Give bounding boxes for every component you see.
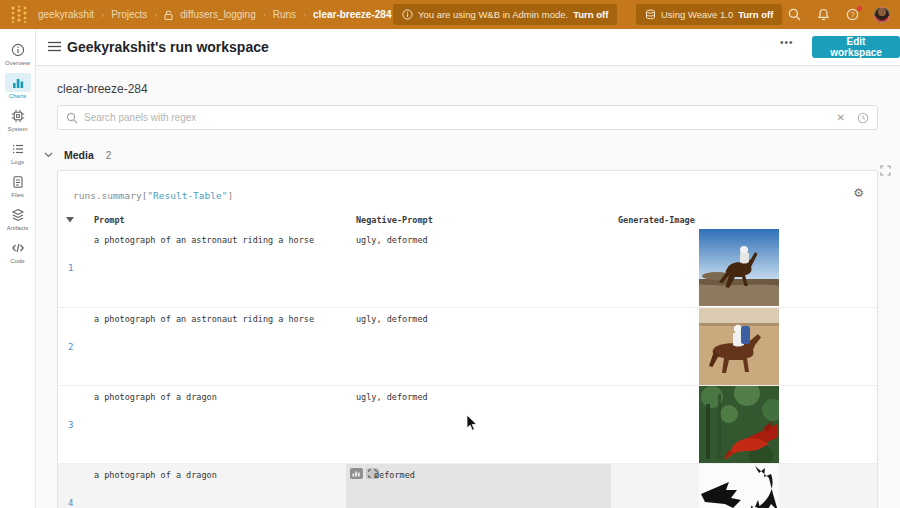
weave-text: Using Weave 1.0 xyxy=(661,9,733,20)
row-index: 4 xyxy=(68,498,73,508)
negative-prompt-cell: ugly, deformed xyxy=(356,235,428,245)
sidebar-item-label: Overview xyxy=(5,60,30,66)
top-navbar: geekyrakshit › Projects › diffusers_logg… xyxy=(0,0,900,29)
cpu-chip-icon xyxy=(5,106,31,125)
table-header-row: Prompt Negative-Prompt Generated-Image xyxy=(58,215,877,229)
svg-text:?: ? xyxy=(850,10,854,19)
panel-title-prefix: runs.summary[ xyxy=(73,190,147,201)
admin-mode-text: You are using W&B in Admin mode. xyxy=(418,9,568,20)
generated-image-black-dragon[interactable] xyxy=(699,464,779,508)
run-name-label: clear-breeze-284 xyxy=(57,82,148,96)
left-sidebar: Overview Charts System Logs Files xyxy=(0,29,36,508)
prompt-cell: a photograph of a dragon xyxy=(94,392,217,402)
chevron-down-icon xyxy=(44,152,53,158)
content-area: clear-breeze-284 ✕ Media 2 runs.summary[… xyxy=(36,66,900,508)
list-icon xyxy=(5,139,31,158)
menu-icon[interactable] xyxy=(48,41,61,52)
sidebar-item-files[interactable]: Files xyxy=(0,172,35,205)
code-icon xyxy=(5,238,31,257)
negative-prompt-cell: ugly, deformed xyxy=(356,314,428,324)
app-window: geekyrakshit › Projects › diffusers_logg… xyxy=(0,0,900,508)
breadcrumb-separator: › xyxy=(101,10,104,20)
row-index: 3 xyxy=(68,420,73,430)
sidebar-item-charts[interactable]: Charts xyxy=(0,73,35,106)
sidebar-item-label: Files xyxy=(11,192,24,198)
row-index: 2 xyxy=(68,342,73,352)
breadcrumb-separator: › xyxy=(263,10,266,20)
row-index: 1 xyxy=(68,263,73,273)
prompt-cell: a photograph of an astronaut riding a ho… xyxy=(94,235,314,245)
generated-image-red-dragon-forest[interactable] xyxy=(699,386,779,463)
media-section-title: Media xyxy=(64,149,94,161)
file-icon xyxy=(5,172,31,191)
sidebar-item-label: Code xyxy=(10,258,24,264)
negative-prompt-cell: deformed xyxy=(374,470,415,480)
page-title: Geekyrakshit's run workspace xyxy=(67,39,269,55)
column-header-negative-prompt[interactable]: Negative-Prompt xyxy=(356,215,433,225)
breadcrumb-separator: › xyxy=(154,10,157,20)
prompt-cell: a photograph of an astronaut riding a ho… xyxy=(94,314,314,324)
breadcrumb-runs[interactable]: Runs xyxy=(273,9,296,20)
bar-chart-icon xyxy=(5,73,31,92)
media-panel-icon[interactable] xyxy=(350,468,363,479)
alert-info-icon xyxy=(402,9,413,20)
search-icon[interactable] xyxy=(787,8,801,22)
admin-turn-off-button[interactable]: Turn off xyxy=(573,9,608,20)
panel-title-suffix: ] xyxy=(227,190,233,201)
help-icon[interactable]: ? xyxy=(845,8,859,22)
notification-badge xyxy=(857,6,862,11)
breadcrumb-separator: › xyxy=(303,10,306,20)
info-circle-icon xyxy=(5,40,31,59)
generated-image-astronaut-horse-desert[interactable] xyxy=(699,229,779,306)
user-avatar[interactable] xyxy=(874,7,890,23)
table-row[interactable]: 4 a photograph of a dragon deformed xyxy=(58,463,877,508)
weave-icon xyxy=(645,9,656,20)
column-filter-icon[interactable] xyxy=(66,217,74,223)
table-row[interactable]: 1 a photograph of an astronaut riding a … xyxy=(58,229,877,307)
breadcrumb-run-name[interactable]: clear-breeze-284 xyxy=(313,9,391,20)
navbar-actions: ? xyxy=(787,0,890,29)
breadcrumb-project[interactable]: diffusers_logging xyxy=(180,9,255,20)
fullscreen-icon[interactable] xyxy=(880,165,891,176)
sidebar-item-overview[interactable]: Overview xyxy=(0,40,35,73)
wandb-logo-icon[interactable] xyxy=(9,5,29,24)
sidebar-item-system[interactable]: System xyxy=(0,106,35,139)
media-section-header[interactable]: Media 2 xyxy=(44,149,111,161)
workspace-header: Geekyrakshit's run workspace ••• Edit wo… xyxy=(36,29,900,66)
sidebar-item-label: Charts xyxy=(9,93,27,99)
sidebar-item-logs[interactable]: Logs xyxy=(0,139,35,172)
breadcrumb-user[interactable]: geekyrakshit xyxy=(38,9,94,20)
table-row[interactable]: 2 a photograph of an astronaut riding a … xyxy=(58,307,877,385)
history-clock-icon[interactable] xyxy=(857,112,869,124)
sidebar-item-label: Artifacts xyxy=(7,225,29,231)
column-header-generated-image[interactable]: Generated-Image xyxy=(618,215,695,225)
search-icon xyxy=(66,112,78,124)
search-panels-input[interactable] xyxy=(84,112,837,123)
panel-search-bar: ✕ xyxy=(57,105,878,130)
gear-icon[interactable]: ⚙ xyxy=(853,187,864,199)
result-table-panel: runs.summary["Result-Table"] ⚙ Prompt Ne… xyxy=(57,170,878,508)
table-body: 1 a photograph of an astronaut riding a … xyxy=(58,229,877,508)
layers-icon xyxy=(5,205,31,224)
more-options-button[interactable]: ••• xyxy=(780,37,794,48)
panel-title-key: "Result-Table" xyxy=(147,190,227,201)
admin-mode-banner: You are using W&B in Admin mode. Turn of… xyxy=(393,4,617,25)
bell-icon[interactable] xyxy=(816,8,830,22)
column-header-prompt[interactable]: Prompt xyxy=(94,215,125,225)
breadcrumb-projects[interactable]: Projects xyxy=(111,9,147,20)
generated-image-astronaut-horse-arena[interactable] xyxy=(699,308,779,385)
media-section-count: 2 xyxy=(106,150,112,161)
sidebar-item-label: System xyxy=(7,126,27,132)
lock-icon xyxy=(164,10,173,20)
sidebar-item-artifacts[interactable]: Artifacts xyxy=(0,205,35,238)
negative-prompt-cell: ugly, deformed xyxy=(356,392,428,402)
clear-search-icon[interactable]: ✕ xyxy=(837,112,845,123)
breadcrumb: geekyrakshit › Projects › diffusers_logg… xyxy=(38,0,391,29)
prompt-cell: a photograph of a dragon xyxy=(94,470,217,480)
table-row[interactable]: 3 a photograph of a dragon ugly, deforme… xyxy=(58,385,877,463)
sidebar-item-code[interactable]: Code xyxy=(0,238,35,271)
panel-title: runs.summary["Result-Table"] xyxy=(73,190,233,201)
weave-turn-off-button[interactable]: Turn off xyxy=(738,9,773,20)
edit-workspace-button[interactable]: Edit workspace xyxy=(812,36,900,58)
weave-banner: Using Weave 1.0 Turn off xyxy=(636,4,782,25)
